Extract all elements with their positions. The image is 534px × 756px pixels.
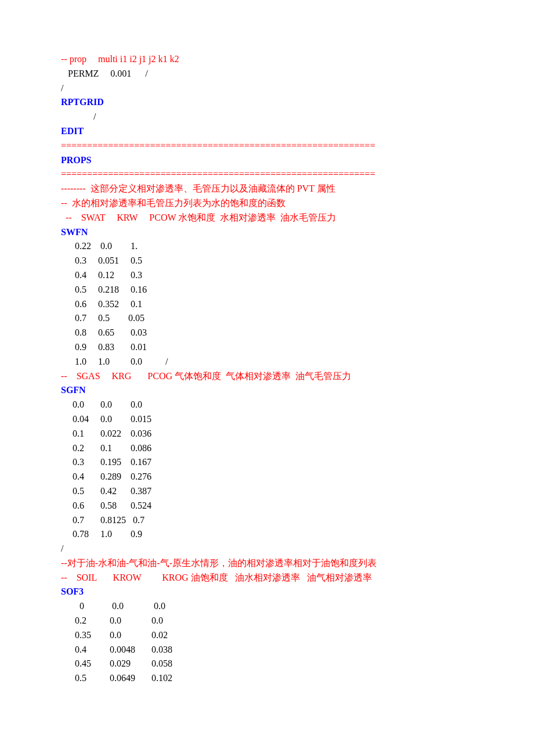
comment-sgas-header: -- SGAS KRG PCOG 气体饱和度 气体相对渗透率 油气毛管压力	[61, 369, 476, 384]
sgfn-row: 0.0 0.0 0.0	[61, 398, 476, 412]
sgfn-row: 0.1 0.022 0.036	[61, 427, 476, 441]
sgfn-row: 0.2 0.1 0.086	[61, 441, 476, 456]
sgfn-row: 0.5 0.42 0.387	[61, 484, 476, 499]
swfn-row: 0.7 0.5 0.05	[61, 311, 476, 326]
soil-header-prefix: -- SOIL KROW KROG	[61, 573, 191, 582]
keyword-swfn: SWFN	[61, 225, 476, 240]
comment-section-desc: -------- 这部分定义相对渗透率、毛管压力以及油藏流体的 PVT 属性	[61, 182, 476, 196]
ruler-line: ========================================…	[61, 167, 476, 182]
sof3-row: 0.35 0.0 0.02	[61, 628, 476, 643]
ruler-line: ========================================…	[61, 139, 476, 153]
sof3-row: 0.5 0.0649 0.102	[61, 671, 476, 686]
swat-header-cn: 水饱和度 水相对渗透率 油水毛管压力	[178, 213, 336, 222]
swat-header-prefix: -- SWAT KRW PCOW	[61, 213, 178, 222]
sgfn-row: 0.04 0.0 0.015	[61, 412, 476, 427]
sgfn-row: 0.78 1.0 0.9	[61, 527, 476, 542]
comment-swat-header: -- SWAT KRW PCOW 水饱和度 水相对渗透率 油水毛管压力	[61, 211, 476, 225]
sof3-row: 0.2 0.0 0.0	[61, 614, 476, 628]
permz-line: PERMZ 0.001 /	[61, 67, 476, 81]
terminator-slash: /	[61, 81, 476, 96]
rptgrid-slash: /	[61, 110, 476, 124]
soil-header-cn: 油饱和度 油水相对渗透率 油气相对渗透率	[191, 573, 372, 582]
sgfn-row: 0.6 0.58 0.524	[61, 499, 476, 513]
comment-soil-header: -- SOIL KROW KROG 油饱和度 油水相对渗透率 油气相对渗透率	[61, 571, 476, 585]
swfn-row: 0.22 0.0 1.	[61, 239, 476, 254]
comment-water-desc: -- 水的相对渗透率和毛管压力列表为水的饱和度的函数	[61, 196, 476, 211]
keyword-edit: EDIT	[61, 124, 476, 139]
sof3-row: 0 0.0 0.0	[61, 599, 476, 614]
keyword-props: PROPS	[61, 153, 476, 168]
swfn-row: 0.8 0.65 0.03	[61, 326, 476, 340]
swfn-row: 0.9 0.83 0.01	[61, 340, 476, 355]
keyword-rptgrid: RPTGRID	[61, 95, 476, 110]
swfn-row: 0.6 0.352 0.1	[61, 297, 476, 312]
sgfn-row: 0.3 0.195 0.167	[61, 455, 476, 470]
sof3-row: 0.45 0.029 0.058	[61, 657, 476, 671]
comment-prop-header: -- prop multi i1 i2 j1 j2 k1 k2	[61, 52, 476, 67]
sgas-header-cn: 气体饱和度 气体相对渗透率 油气毛管压力	[175, 371, 351, 381]
sgfn-row: 0.7 0.8125 0.7	[61, 513, 476, 528]
keyword-sgfn: SGFN	[61, 383, 476, 398]
sgas-header-prefix: -- SGAS KRG PCOG	[61, 371, 175, 381]
sof3-row: 0.4 0.0048 0.038	[61, 643, 476, 657]
terminator-slash: /	[61, 542, 476, 556]
swfn-row: 0.4 0.12 0.3	[61, 268, 476, 283]
keyword-sof3: SOF3	[61, 585, 476, 599]
swfn-row: 0.5 0.218 0.16	[61, 283, 476, 297]
sgfn-row: 0.4 0.289 0.276	[61, 470, 476, 484]
comment-oil-desc: --对于油-水和油-气和油-气-原生水情形，油的相对渗透率相对于油饱和度列表	[61, 556, 476, 571]
swfn-row: 0.3 0.051 0.5	[61, 254, 476, 268]
swfn-row: 1.0 1.0 0.0 /	[61, 355, 476, 369]
